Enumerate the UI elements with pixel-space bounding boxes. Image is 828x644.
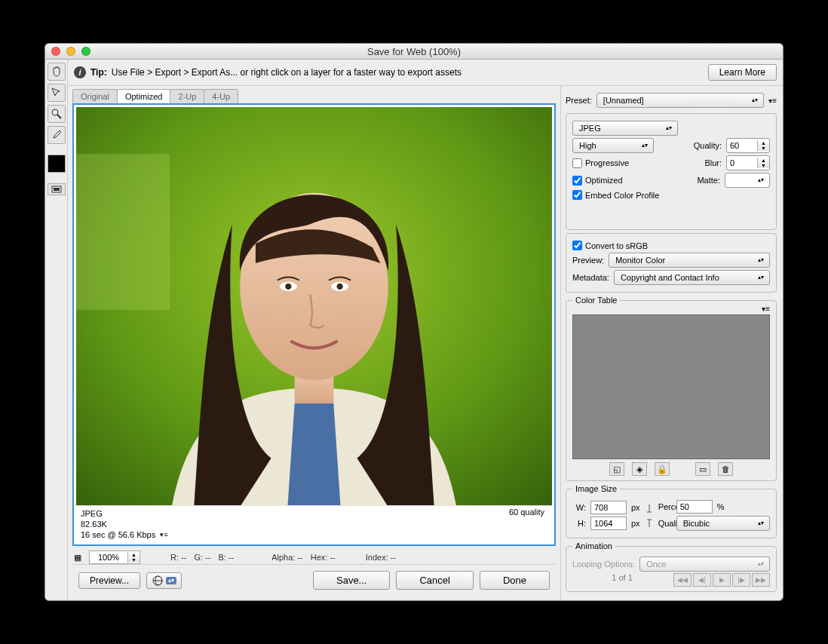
zoom-window-button[interactable]: [81, 47, 90, 56]
quality-input[interactable]: [727, 141, 757, 150]
color-table-panel: Color Table ▾≡ ◱ ◈ 🔒 ▭ 🗑: [566, 296, 777, 481]
color-settings: Convert to sRGB Preview: Monitor Color▴▾…: [566, 233, 777, 293]
ct-new-icon[interactable]: ▭: [695, 462, 710, 476]
preset-dropdown[interactable]: [Unnamed]▴▾: [596, 93, 764, 108]
zoom-input[interactable]: [90, 551, 127, 563]
save-for-web-window: Save for Web (100%): [44, 43, 784, 601]
width-input[interactable]: [590, 501, 627, 514]
resize-quality-label: Quality:: [658, 519, 672, 528]
right-panel: Preset: [Unnamed]▴▾ ▾≡ JPEG▴▾: [561, 86, 783, 600]
info-quality: 60 quality: [509, 508, 544, 517]
svg-line-1: [57, 115, 61, 118]
zoom-select[interactable]: ▲▼: [89, 550, 140, 564]
color-table-menu-icon[interactable]: ▾≡: [762, 305, 770, 313]
preset-label: Preset:: [566, 96, 592, 105]
readout-alpha: Alpha: --: [271, 553, 303, 562]
next-frame-button: |▶: [732, 573, 750, 587]
preview-color-dropdown[interactable]: Monitor Color▴▾: [609, 253, 770, 268]
blur-field[interactable]: ▲▼: [726, 155, 770, 170]
svg-rect-5: [76, 154, 170, 310]
metadata-dropdown[interactable]: Copyright and Contact Info▴▾: [614, 270, 770, 285]
quality-field[interactable]: ▲▼: [726, 138, 770, 153]
svg-point-10: [285, 284, 291, 290]
readout-b: B: --: [218, 553, 234, 562]
frame-label: 1 of 1: [572, 573, 672, 587]
prev-frame-button: ◀|: [693, 573, 711, 587]
tip-bar: i Tip: Use File > Export > Export As... …: [68, 60, 783, 86]
animation-panel: Animation Looping Options: Once▴▾ 1 of 1…: [566, 541, 777, 592]
preview-frame: JPEG 60 quality 82.63K 16 sec @ 56.6 Kbp…: [72, 103, 556, 546]
zoom-tool[interactable]: [48, 105, 66, 123]
tab-optimized[interactable]: Optimized: [117, 89, 171, 103]
tool-strip: [45, 60, 68, 600]
preset-menu-icon[interactable]: ▾≡: [768, 97, 777, 105]
ct-snap-icon[interactable]: ◱: [609, 462, 624, 476]
zoom-stepper[interactable]: ▲▼: [127, 552, 140, 563]
info-size: 82.63K: [81, 520, 547, 529]
titlebar: Save for Web (100%): [45, 44, 783, 60]
percent-input[interactable]: [676, 500, 713, 514]
info-icon: i: [74, 66, 86, 78]
optimized-checkbox[interactable]: Optimized: [572, 176, 623, 186]
format-dropdown[interactable]: JPEG▴▾: [572, 121, 678, 136]
image-size-panel: Image Size W: px H:: [566, 484, 777, 538]
matte-label: Matte:: [697, 176, 720, 185]
tab-original[interactable]: Original: [72, 89, 118, 103]
constrain-link-icon[interactable]: [645, 503, 654, 529]
close-window-button[interactable]: [51, 47, 60, 56]
tab-2up[interactable]: 2-Up: [170, 89, 204, 103]
window-controls: [45, 47, 90, 56]
first-frame-button: ◀◀: [673, 573, 692, 587]
matte-dropdown[interactable]: ▴▾: [725, 173, 770, 188]
save-button[interactable]: Save...: [313, 571, 390, 590]
main-area: i Tip: Use File > Export > Export As... …: [68, 60, 783, 600]
w-label: W:: [572, 503, 586, 512]
resize-quality-dropdown[interactable]: Bicubic▴▾: [676, 516, 770, 531]
quality-label: Quality:: [694, 141, 722, 150]
format-settings: JPEG▴▾ High▴▾ Quality: ▲▼: [566, 113, 777, 230]
h-label: H:: [572, 519, 586, 528]
tab-4up[interactable]: 4-Up: [204, 89, 238, 103]
learn-more-button[interactable]: Learn More: [708, 64, 777, 81]
info-format: JPEG: [81, 509, 547, 518]
preview-tabs: Original Optimized 2-Up 4-Up: [72, 89, 556, 103]
color-table[interactable]: [572, 314, 770, 459]
height-input[interactable]: [590, 517, 627, 530]
preview-color-label: Preview:: [572, 256, 604, 265]
preview-menu-icon[interactable]: ▾≡: [160, 531, 167, 538]
preview-info: JPEG 60 quality 82.63K 16 sec @ 56.6 Kbp…: [76, 505, 552, 542]
eyedropper-tool[interactable]: [48, 126, 66, 144]
ct-lock-icon[interactable]: 🔒: [655, 462, 670, 476]
image-size-title: Image Size: [572, 484, 620, 493]
tip-text: Use File > Export > Export As... or righ…: [112, 67, 462, 78]
preview-button[interactable]: Preview...: [78, 572, 140, 589]
ct-shift-icon[interactable]: ◈: [632, 462, 647, 476]
percent-sign: %: [717, 502, 725, 511]
play-button: ▶: [713, 573, 731, 587]
browser-select[interactable]: ▴▾: [146, 572, 182, 589]
eyedropper-color-swatch[interactable]: [48, 155, 66, 173]
metadata-label: Metadata:: [572, 273, 609, 282]
svg-rect-3: [54, 188, 60, 191]
hand-tool[interactable]: [48, 63, 66, 81]
progressive-checkbox[interactable]: Progressive: [572, 158, 629, 168]
loop-dropdown: Once▴▾: [639, 557, 770, 572]
blur-input[interactable]: [727, 158, 757, 167]
quality-preset-dropdown[interactable]: High▴▾: [572, 138, 654, 153]
grid-icon[interactable]: ▦: [74, 553, 81, 563]
convert-srgb-checkbox[interactable]: Convert to sRGB: [572, 241, 648, 250]
embed-profile-checkbox[interactable]: Embed Color Profile: [572, 190, 659, 200]
zoom-status-row: ▦ ▲▼ R: -- G: -- B: -- Alpha: -- Hex: --: [72, 546, 556, 564]
h-px: px: [631, 519, 640, 528]
readout-r: R: --: [170, 553, 186, 562]
cancel-button[interactable]: Cancel: [396, 571, 473, 590]
blur-label: Blur:: [704, 158, 722, 167]
ct-trash-icon[interactable]: 🗑: [718, 462, 733, 476]
toggle-slices-visibility[interactable]: [48, 183, 66, 195]
done-button[interactable]: Done: [480, 571, 550, 590]
preview-canvas[interactable]: [76, 107, 552, 505]
bottom-bar: Preview... ▴▾ Save... Cancel Done: [72, 564, 556, 596]
slice-select-tool[interactable]: [48, 84, 66, 102]
minimize-window-button[interactable]: [66, 47, 75, 56]
info-time: 16 sec @ 56.6 Kbps: [81, 530, 155, 539]
